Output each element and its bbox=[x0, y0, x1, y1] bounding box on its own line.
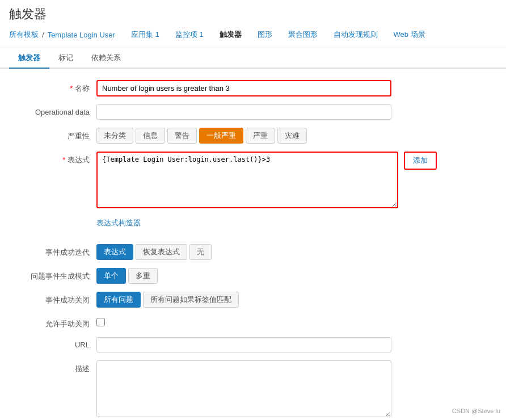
url-wrap bbox=[96, 337, 391, 352]
problem-gen-wrap: 单个 多重 bbox=[96, 268, 391, 284]
desc-row: 描述 bbox=[17, 360, 489, 419]
nav-web-scene[interactable]: Web 场景 bbox=[387, 27, 432, 42]
page-header: 触发器 所有模板 / Template Login User 应用集 1 监控项… bbox=[0, 0, 506, 48]
desc-wrap bbox=[96, 360, 391, 419]
sev-average[interactable]: 一般严重 bbox=[199, 128, 243, 144]
tabs-bar: 触发器 标记 依赖关系 bbox=[0, 48, 506, 69]
top-nav: 应用集 1 监控项 1 触发器 图形 聚合图形 自动发现规则 Web 场景 bbox=[124, 27, 432, 42]
success-iter-label: 事件成功迭代 bbox=[17, 244, 96, 258]
breadcrumb-sep1: / bbox=[42, 31, 44, 39]
nav-aggregate[interactable]: 聚合图形 bbox=[281, 27, 324, 42]
page-wrapper: 触发器 所有模板 / Template Login User 应用集 1 监控项… bbox=[0, 0, 506, 420]
iter-expression[interactable]: 表达式 bbox=[96, 244, 133, 260]
nav-monitor[interactable]: 监控项 1 bbox=[168, 27, 210, 42]
expression-input[interactable]: {Template Login User:login.user.last()}>… bbox=[96, 152, 398, 208]
op-data-input[interactable] bbox=[96, 104, 391, 120]
watermark: CSDN @Steve lu bbox=[452, 408, 500, 414]
success-iter-wrap: 表达式 恢复表达式 无 bbox=[96, 244, 391, 260]
tab-label[interactable]: 标记 bbox=[49, 48, 82, 69]
breadcrumb-all-templates[interactable]: 所有模板 bbox=[9, 30, 39, 40]
main-content: 名称 Operational data 严重性 未分类 信息 警告 一般严重 严… bbox=[0, 69, 506, 420]
name-input-wrap bbox=[96, 80, 391, 96]
op-data-row: Operational data bbox=[17, 104, 489, 120]
severity-label: 严重性 bbox=[17, 128, 96, 141]
severity-row: 严重性 未分类 信息 警告 一般严重 严重 灾难 bbox=[17, 128, 489, 144]
page-title: 触发器 bbox=[9, 6, 497, 23]
expr-builder-link[interactable]: 表达式构造器 bbox=[96, 218, 141, 228]
success-close-wrap: 所有问题 所有问题如果标签值匹配 bbox=[96, 292, 391, 308]
problem-gen-row: 问题事件生成模式 单个 多重 bbox=[17, 268, 489, 284]
expression-container: {Template Login User:login.user.last()}>… bbox=[96, 152, 398, 210]
sev-info[interactable]: 信息 bbox=[136, 128, 165, 144]
sev-warning[interactable]: 警告 bbox=[167, 128, 197, 144]
gen-multiple[interactable]: 多重 bbox=[128, 268, 158, 284]
severity-wrap: 未分类 信息 警告 一般严重 严重 灾难 bbox=[96, 128, 391, 144]
expression-row: 表达式 {Template Login User:login.user.last… bbox=[17, 152, 489, 210]
desc-label: 描述 bbox=[17, 360, 96, 374]
manual-close-row: 允许手动关闭 bbox=[17, 316, 489, 329]
manual-close-checkbox[interactable] bbox=[96, 318, 105, 326]
problem-gen-group: 单个 多重 bbox=[96, 268, 391, 284]
gen-single[interactable]: 单个 bbox=[96, 268, 126, 284]
manual-close-wrap bbox=[96, 316, 391, 326]
tab-dependency[interactable]: 依赖关系 bbox=[82, 48, 130, 69]
expression-outer: {Template Login User:login.user.last()}>… bbox=[96, 152, 437, 210]
url-label: URL bbox=[17, 337, 96, 349]
breadcrumb-template[interactable]: Template Login User bbox=[48, 31, 115, 39]
manual-close-checkbox-wrap bbox=[96, 316, 391, 326]
op-data-label: Operational data bbox=[17, 104, 96, 116]
breadcrumb: 所有模板 / Template Login User 应用集 1 监控项 1 触… bbox=[9, 27, 497, 42]
desc-textarea[interactable] bbox=[96, 360, 391, 417]
name-row: 名称 bbox=[17, 80, 489, 96]
severity-group: 未分类 信息 警告 一般严重 严重 灾难 bbox=[96, 128, 391, 144]
success-iter-row: 事件成功迭代 表达式 恢复表达式 无 bbox=[17, 244, 489, 260]
expression-label: 表达式 bbox=[17, 152, 96, 165]
manual-close-label: 允许手动关闭 bbox=[17, 316, 96, 329]
url-row: URL bbox=[17, 337, 489, 352]
success-close-label: 事件成功关闭 bbox=[17, 292, 96, 305]
success-close-row: 事件成功关闭 所有问题 所有问题如果标签值匹配 bbox=[17, 292, 489, 308]
nav-trigger[interactable]: 触发器 bbox=[213, 27, 248, 42]
name-input[interactable] bbox=[96, 80, 391, 96]
op-data-wrap bbox=[96, 104, 391, 120]
sev-unclassified[interactable]: 未分类 bbox=[96, 128, 133, 144]
close-tag-match[interactable]: 所有问题如果标签值匹配 bbox=[143, 292, 239, 308]
iter-none[interactable]: 无 bbox=[189, 244, 212, 260]
tab-trigger[interactable]: 触发器 bbox=[9, 48, 49, 69]
expr-builder-row: 表达式构造器 bbox=[17, 218, 489, 236]
iter-recovery[interactable]: 恢复表达式 bbox=[136, 244, 187, 260]
name-label: 名称 bbox=[17, 80, 96, 94]
problem-gen-label: 问题事件生成模式 bbox=[17, 268, 96, 282]
success-close-group: 所有问题 所有问题如果标签值匹配 bbox=[96, 292, 391, 308]
nav-auto-discover[interactable]: 自动发现规则 bbox=[327, 27, 385, 42]
nav-graph[interactable]: 图形 bbox=[251, 27, 279, 42]
url-input[interactable] bbox=[96, 337, 391, 352]
sev-disaster[interactable]: 灾难 bbox=[277, 128, 307, 144]
nav-app-group[interactable]: 应用集 1 bbox=[124, 27, 166, 42]
success-iter-group: 表达式 恢复表达式 无 bbox=[96, 244, 391, 260]
close-all[interactable]: 所有问题 bbox=[96, 292, 141, 308]
sev-high[interactable]: 严重 bbox=[246, 128, 275, 144]
expression-add-button[interactable]: 添加 bbox=[404, 152, 437, 170]
